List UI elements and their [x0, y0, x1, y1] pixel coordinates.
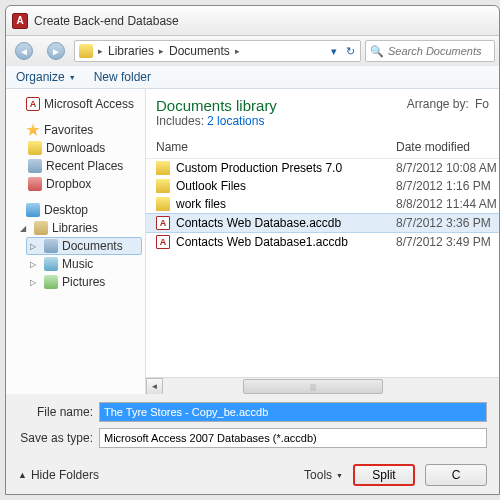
folder-icon [156, 197, 170, 211]
sidebar-favorites[interactable]: Favorites [6, 121, 145, 139]
cancel-button[interactable]: C [425, 464, 487, 486]
search-box[interactable]: 🔍 [365, 40, 495, 62]
dialog-window: A Create Back-end Database ◄ ► ▸ Librari… [5, 5, 500, 495]
library-subtitle: Includes: 2 locations [156, 114, 489, 128]
arrange-by[interactable]: Arrange by: Fo [407, 97, 489, 111]
chevron-right-icon: ▸ [232, 46, 243, 56]
new-folder-button[interactable]: New folder [94, 70, 151, 84]
arrow-left-icon: ◄ [15, 42, 33, 60]
file-date: 8/8/2012 11:44 AM [396, 197, 497, 211]
file-name: Outlook Files [176, 179, 246, 193]
footer: ▲ Hide Folders Tools ▼ Split C [18, 454, 487, 486]
sidebar-dropbox[interactable]: Dropbox [6, 175, 145, 193]
save-type-label: Save as type: [18, 431, 93, 445]
dropbox-icon [28, 177, 42, 191]
breadcrumb[interactable]: ▸ Libraries ▸ Documents ▸ ▾ ↻ [74, 40, 361, 62]
sidebar-desktop-label: Desktop [44, 203, 88, 217]
file-name: Contacts Web Database.accdb [176, 216, 341, 230]
file-row[interactable]: Custom Production Presets 7.08/7/2012 10… [146, 159, 499, 177]
sidebar-item-label: Downloads [46, 141, 105, 155]
back-button[interactable]: ◄ [10, 39, 38, 63]
col-name[interactable]: Name [146, 140, 396, 154]
access-icon: A [26, 97, 40, 111]
file-list: Custom Production Presets 7.08/7/2012 10… [146, 159, 499, 251]
toolbar: Organize ▼ New folder [6, 66, 499, 89]
bottom-panel: File name: Save as type: ▲ Hide Folders … [6, 394, 499, 494]
file-row[interactable]: Outlook Files8/7/2012 1:16 PM [146, 177, 499, 195]
sidebar-downloads[interactable]: Downloads [6, 139, 145, 157]
expand-icon: ▷ [30, 278, 40, 287]
folder-icon [28, 141, 42, 155]
sidebar-libraries-label: Libraries [52, 221, 98, 235]
sidebar: A Microsoft Access Favorites Downloads R… [6, 89, 146, 394]
hide-folders-label: Hide Folders [31, 468, 99, 482]
new-folder-label: New folder [94, 70, 151, 84]
file-name: work files [176, 197, 226, 211]
horizontal-scrollbar[interactable]: ◄ ||| [146, 377, 499, 394]
search-input[interactable] [388, 45, 490, 57]
folder-icon [79, 44, 93, 58]
hide-folders-button[interactable]: ▲ Hide Folders [18, 468, 99, 482]
file-date: 8/7/2012 10:08 AM [396, 161, 497, 175]
file-name-label: File name: [18, 405, 93, 419]
sidebar-recent[interactable]: Recent Places [6, 157, 145, 175]
pictures-icon [44, 275, 58, 289]
organize-label: Organize [16, 70, 65, 84]
chevron-down-icon: ▼ [336, 472, 343, 479]
refresh-icon[interactable]: ↻ [342, 45, 358, 58]
chevron-up-icon: ▲ [18, 470, 27, 480]
expand-icon: ▷ [30, 242, 40, 251]
organize-button[interactable]: Organize ▼ [16, 70, 76, 84]
chevron-right-icon: ▸ [95, 46, 106, 56]
folder-icon [156, 161, 170, 175]
sidebar-item-label: Recent Places [46, 159, 123, 173]
sidebar-app[interactable]: A Microsoft Access [6, 95, 145, 113]
file-row[interactable]: work files8/8/2012 11:44 AM [146, 195, 499, 213]
accdb-icon: A [156, 216, 170, 230]
save-type-row: Save as type: [18, 428, 487, 448]
chevron-down-icon: ▼ [69, 74, 76, 81]
music-icon [44, 257, 58, 271]
sidebar-documents[interactable]: ▷ Documents [26, 237, 142, 255]
crumb-libraries[interactable]: Libraries [106, 44, 156, 58]
sidebar-libraries[interactable]: ◢ Libraries [6, 219, 145, 237]
sidebar-item-label: Documents [62, 239, 123, 253]
file-name: Contacts Web Database1.accdb [176, 235, 348, 249]
star-icon [26, 123, 40, 137]
content-pane: Arrange by: Fo Documents library Include… [146, 89, 499, 394]
sidebar-item-label: Music [62, 257, 93, 271]
split-button[interactable]: Split [353, 464, 415, 486]
chevron-right-icon: ▸ [156, 46, 167, 56]
arrow-right-icon: ► [47, 42, 65, 60]
file-date: 8/7/2012 3:49 PM [396, 235, 491, 249]
forward-button[interactable]: ► [42, 39, 70, 63]
sidebar-favorites-label: Favorites [44, 123, 93, 137]
scroll-left-icon[interactable]: ◄ [146, 378, 163, 395]
main-area: A Microsoft Access Favorites Downloads R… [6, 89, 499, 394]
file-name-input[interactable] [99, 402, 487, 422]
locations-link[interactable]: 2 locations [207, 114, 264, 128]
tools-label: Tools [304, 468, 332, 482]
sidebar-pictures[interactable]: ▷ Pictures [6, 273, 145, 291]
file-name-row: File name: [18, 402, 487, 422]
scroll-thumb[interactable]: ||| [243, 379, 383, 394]
sidebar-desktop[interactable]: Desktop [6, 201, 145, 219]
tools-button[interactable]: Tools ▼ [304, 468, 343, 482]
file-row[interactable]: AContacts Web Database.accdb8/7/2012 3:3… [146, 213, 499, 233]
expand-icon: ▷ [30, 260, 40, 269]
expand-icon: ◢ [20, 224, 30, 233]
crumb-documents[interactable]: Documents [167, 44, 232, 58]
col-date[interactable]: Date modified [396, 140, 499, 154]
file-row[interactable]: AContacts Web Database1.accdb8/7/2012 3:… [146, 233, 499, 251]
recent-icon [28, 159, 42, 173]
file-name: Custom Production Presets 7.0 [176, 161, 342, 175]
save-type-input[interactable] [99, 428, 487, 448]
library-header: Arrange by: Fo Documents library Include… [146, 89, 499, 136]
column-headers[interactable]: Name Date modified [146, 136, 499, 159]
sidebar-music[interactable]: ▷ Music [6, 255, 145, 273]
dropdown-history-icon[interactable]: ▾ [326, 45, 342, 58]
sidebar-item-label: Pictures [62, 275, 105, 289]
sidebar-app-label: Microsoft Access [44, 97, 134, 111]
navigation-bar: ◄ ► ▸ Libraries ▸ Documents ▸ ▾ ↻ 🔍 [6, 36, 499, 66]
accdb-icon: A [156, 235, 170, 249]
